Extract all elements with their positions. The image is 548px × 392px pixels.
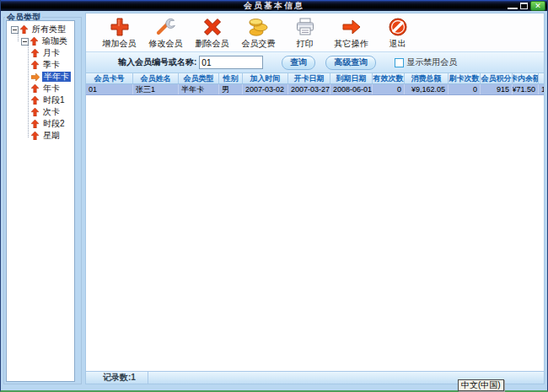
- arrow-up-icon: [31, 108, 39, 116]
- toolbar-button[interactable]: 增加会员: [96, 15, 142, 51]
- grid-header-row: 会员卡号会员姓名会员类型性别加入时间开卡日期到期日期有效次数消费总额刷卡次数会员…: [86, 73, 544, 84]
- tree-item-label: 时段1: [41, 95, 67, 105]
- tree-expander-icon[interactable]: [11, 26, 19, 34]
- tree-item[interactable]: 季卡: [7, 59, 74, 71]
- grid-rows: 01张三1半年卡男2007-03-022007-03-272008-06-010…: [86, 84, 544, 95]
- record-count: 记录数:1: [86, 372, 148, 384]
- table-cell: 2007-03-02: [243, 84, 288, 94]
- main-panel: 增加会员修改会员删除会员会员交费打印其它操作退出 输入会员编号或名称: 查询 高…: [85, 13, 545, 384]
- arrow-up-icon: [31, 61, 39, 69]
- table-cell: 0: [373, 84, 405, 94]
- search-bar: 输入会员编号或名称: 查询 高级查询 显示禁用会员: [86, 51, 544, 73]
- table-cell: 张三1: [133, 84, 179, 94]
- arrow-up-icon: [31, 96, 39, 105]
- maximize-button[interactable]: [520, 3, 528, 9]
- show-disabled-members-checkbox[interactable]: 显示禁用会员: [395, 56, 457, 68]
- member-type-tree: 所有类型瑜珈类月卡季卡半年卡年卡时段1次卡时段2星期: [7, 21, 74, 142]
- table-cell: ¥9,162.05: [405, 84, 449, 94]
- close-button[interactable]: ✕: [530, 1, 545, 11]
- checkbox-label: 显示禁用会员: [406, 56, 457, 68]
- table-cell: 0: [449, 84, 481, 94]
- app-window: 会员基本信息 ✕ 会员类型 所有类型瑜珈类月卡季卡半年卡年卡时段1次卡时段2星期…: [0, 0, 548, 392]
- arrow-up-icon: [30, 37, 38, 46]
- toolbar: 增加会员修改会员删除会员会员交费打印其它操作退出: [86, 13, 544, 51]
- tree-item[interactable]: 月卡: [7, 47, 74, 59]
- tree-item[interactable]: 时段1: [7, 94, 74, 106]
- grid-column-header[interactable]: 到期日期: [330, 73, 373, 83]
- tree-item[interactable]: 半年卡: [7, 71, 74, 83]
- table-cell: 男: [219, 84, 243, 94]
- tree-item-label: 次卡: [41, 107, 62, 117]
- table-cell: 2007-03-27: [288, 84, 330, 94]
- exit-icon: [387, 16, 409, 38]
- arrow-up-icon: [31, 84, 39, 93]
- grid-column-header[interactable]: 性别: [219, 73, 243, 83]
- tree-item-label: 所有类型: [30, 24, 67, 35]
- window-controls: ✕: [508, 0, 545, 11]
- tree-item-label: 星期: [41, 131, 62, 141]
- member-search-input[interactable]: [199, 56, 263, 69]
- table-cell: 半年卡: [179, 84, 219, 94]
- toolbar-button[interactable]: 会员交费: [235, 15, 282, 51]
- grid-column-header[interactable]: [539, 73, 544, 83]
- grid-column-header[interactable]: 开卡日期: [288, 73, 330, 83]
- grid-column-header[interactable]: 会员积分: [481, 73, 513, 83]
- grid-column-header[interactable]: 加入时间: [243, 73, 288, 83]
- toolbar-button[interactable]: 打印: [282, 15, 328, 51]
- grid-column-header[interactable]: 会员卡号: [86, 73, 133, 83]
- grid-column-header[interactable]: 卡内余额: [513, 73, 539, 83]
- tree-item-label: 季卡: [41, 60, 62, 70]
- ime-language-indicator[interactable]: 中文(中国): [458, 379, 504, 391]
- table-cell: 12: [539, 84, 544, 94]
- tree-item[interactable]: 瑜珈类: [7, 35, 74, 47]
- table-cell: 01: [86, 84, 133, 94]
- grid-column-header[interactable]: 刷卡次数: [449, 73, 481, 83]
- print-icon: [294, 16, 316, 38]
- grid-column-header[interactable]: 消费总额: [405, 73, 449, 83]
- tree-item[interactable]: 星期: [7, 130, 74, 142]
- other-actions-icon: [341, 16, 363, 38]
- tree-item[interactable]: 所有类型: [7, 24, 74, 35]
- toolbar-button-label: 增加会员: [103, 38, 137, 50]
- toolbar-button[interactable]: 其它操作: [328, 15, 374, 51]
- tree-item[interactable]: 时段2: [7, 118, 74, 130]
- table-row[interactable]: 01张三1半年卡男2007-03-022007-03-272008-06-010…: [86, 84, 544, 95]
- table-cell: ¥71.50: [513, 84, 539, 94]
- tree-item-label: 时段2: [41, 119, 67, 129]
- arrow-up-icon: [31, 49, 39, 57]
- table-cell: 915: [481, 84, 513, 94]
- query-button[interactable]: 查询: [282, 56, 315, 70]
- tree-item[interactable]: 年卡: [7, 83, 74, 94]
- toolbar-button-label: 会员交费: [242, 38, 276, 50]
- checkbox-icon[interactable]: [395, 58, 404, 67]
- grid-column-header[interactable]: 会员类型: [179, 73, 219, 83]
- tree-expander-icon[interactable]: [21, 38, 29, 46]
- member-type-groupbox: 会员类型 所有类型瑜珈类月卡季卡半年卡年卡时段1次卡时段2星期: [3, 17, 82, 384]
- title-bar[interactable]: 会员基本信息 ✕: [1, 0, 547, 11]
- tree-item-label: 半年卡: [42, 72, 71, 82]
- toolbar-button[interactable]: 退出: [374, 15, 421, 51]
- toolbar-button-label: 其它操作: [335, 38, 368, 50]
- grid-column-header[interactable]: 有效次数: [373, 73, 405, 83]
- delete-member-icon: [201, 16, 223, 38]
- advanced-query-button[interactable]: 高级查询: [325, 56, 376, 70]
- arrow-up-icon: [20, 25, 28, 34]
- toolbar-button-label: 退出: [390, 38, 406, 50]
- toolbar-button[interactable]: 删除会员: [189, 15, 235, 51]
- arrow-right-icon: [31, 73, 40, 81]
- tree-item-label: 瑜珈类: [40, 36, 69, 46]
- toolbar-button-label: 删除会员: [196, 38, 229, 50]
- member-payment-icon: [248, 16, 270, 38]
- window-title: 会员基本信息: [244, 0, 304, 11]
- table-cell: 2008-06-01: [330, 84, 373, 94]
- toolbar-button-label: 修改会员: [149, 38, 183, 50]
- tree-item[interactable]: 次卡: [7, 106, 74, 118]
- edit-member-icon: [155, 16, 177, 38]
- arrow-up-icon: [31, 132, 39, 140]
- toolbar-button[interactable]: 修改会员: [142, 15, 189, 51]
- minimize-button[interactable]: [508, 3, 518, 9]
- tree-item-label: 年卡: [41, 83, 62, 94]
- grid-empty-area: [86, 95, 544, 371]
- member-grid: 会员卡号会员姓名会员类型性别加入时间开卡日期到期日期有效次数消费总额刷卡次数会员…: [86, 73, 544, 371]
- grid-column-header[interactable]: 会员姓名: [133, 73, 179, 83]
